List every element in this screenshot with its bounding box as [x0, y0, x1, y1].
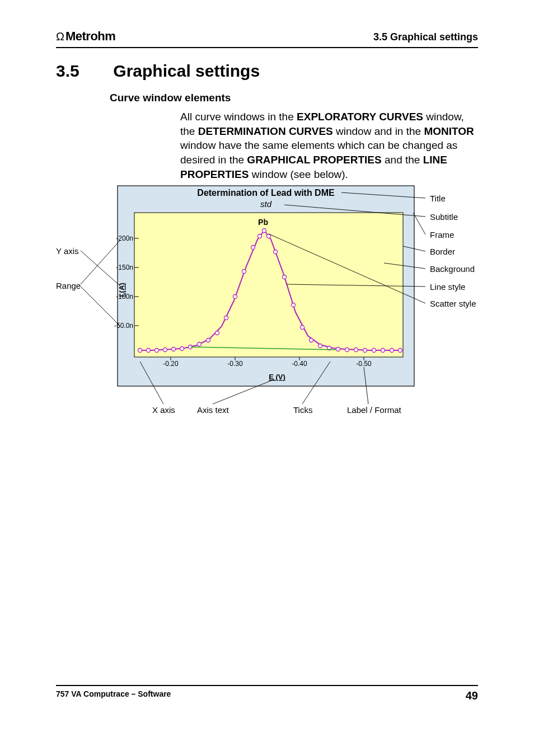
svg-line-59	[81, 287, 120, 326]
svg-line-58	[81, 241, 120, 284]
callout-border: Border	[430, 247, 455, 256]
svg-point-39	[310, 339, 313, 342]
para-text: window (see below).	[249, 168, 348, 180]
svg-point-33	[263, 229, 266, 233]
section-heading: 3.5 Graphical settings	[56, 62, 260, 81]
left-connectors	[81, 241, 122, 326]
svg-text:-150n: -150n	[116, 264, 133, 271]
callout-axis-text: Axis text	[197, 405, 229, 415]
footer-doc-title: 757 VA Computrace – Software	[56, 689, 171, 698]
svg-point-28	[224, 316, 228, 320]
callout-title: Title	[430, 194, 446, 203]
callout-frame: Frame	[430, 230, 454, 240]
page-header: Ω Metrohm 3.5 Graphical settings	[56, 31, 478, 48]
svg-point-46	[372, 349, 376, 353]
annotated-chart-figure: Determination of Lead with DME std Pb -2…	[56, 185, 481, 420]
para-bold: MONITOR	[424, 125, 474, 137]
callout-x-axis: X axis	[152, 405, 175, 415]
svg-point-44	[354, 348, 358, 352]
svg-point-29	[233, 295, 237, 299]
svg-point-36	[283, 275, 287, 279]
callout-ticks: Ticks	[293, 405, 312, 415]
page: Ω Metrohm 3.5 Graphical settings 3.5 Gra…	[0, 0, 534, 756]
svg-point-27	[216, 331, 219, 335]
section-subheading: Curve window elements	[110, 92, 231, 104]
callout-scatter-style: Scatter style	[430, 299, 476, 308]
x-axis-label: E (V)	[269, 373, 285, 381]
svg-point-32	[258, 234, 262, 238]
page-number: 49	[466, 689, 478, 702]
callout-background: Background	[430, 264, 475, 274]
svg-point-26	[207, 339, 210, 342]
svg-point-40	[318, 344, 322, 348]
para-text: and the	[382, 154, 423, 166]
chart-subtitle: std	[260, 199, 272, 209]
svg-text:-0.50: -0.50	[356, 360, 372, 368]
peak-label: Pb	[258, 218, 268, 227]
para-text: All curve windows in the	[180, 111, 297, 123]
svg-text:-0.30: -0.30	[227, 360, 243, 368]
svg-text:-0.20: -0.20	[163, 360, 179, 368]
svg-point-22	[172, 348, 176, 351]
svg-point-37	[292, 303, 296, 307]
page-footer: 757 VA Computrace – Software 49	[56, 685, 478, 702]
svg-point-42	[336, 348, 340, 351]
svg-point-21	[163, 348, 167, 352]
svg-point-31	[251, 246, 255, 250]
svg-point-48	[390, 349, 394, 353]
header-section-ref: 3.5 Graphical settings	[373, 31, 478, 43]
omega-icon: Ω	[56, 30, 64, 43]
chart-svg: Determination of Lead with DME std Pb -2…	[56, 185, 481, 420]
para-text: window and in the	[333, 125, 424, 137]
svg-point-47	[381, 349, 385, 353]
svg-point-35	[274, 250, 278, 254]
brand-logo: Ω Metrohm	[56, 29, 115, 44]
section-title-text: Graphical settings	[113, 62, 260, 80]
callout-range: Range	[56, 281, 81, 290]
svg-point-23	[180, 347, 184, 351]
svg-point-19	[147, 349, 151, 353]
callout-y-axis: Y axis	[56, 246, 79, 256]
svg-text:-0.40: -0.40	[292, 360, 307, 368]
svg-point-30	[242, 270, 246, 274]
svg-point-20	[155, 349, 159, 353]
svg-point-43	[345, 348, 349, 352]
svg-point-25	[198, 342, 202, 346]
body-paragraph: All curve windows in the EXPLORATORY CUR…	[180, 110, 477, 181]
callout-label-format: Label / Format	[347, 405, 401, 415]
svg-point-18	[138, 349, 142, 353]
svg-text:-200n: -200n	[116, 234, 133, 242]
chart-title: Determination of Lead with DME	[197, 188, 335, 198]
svg-point-45	[363, 349, 367, 353]
section-number: 3.5	[56, 62, 109, 81]
para-bold: DETERMINATION CURVES	[198, 125, 333, 137]
para-bold: GRAPHICAL PROPERTIES	[247, 154, 381, 166]
callout-line-style: Line style	[430, 282, 465, 292]
svg-point-49	[399, 349, 402, 353]
callout-subtitle: Subtitle	[430, 212, 458, 222]
svg-point-38	[301, 326, 305, 330]
brand-name: Metrohm	[65, 29, 115, 44]
para-bold: EXPLORATORY CURVES	[297, 111, 423, 123]
